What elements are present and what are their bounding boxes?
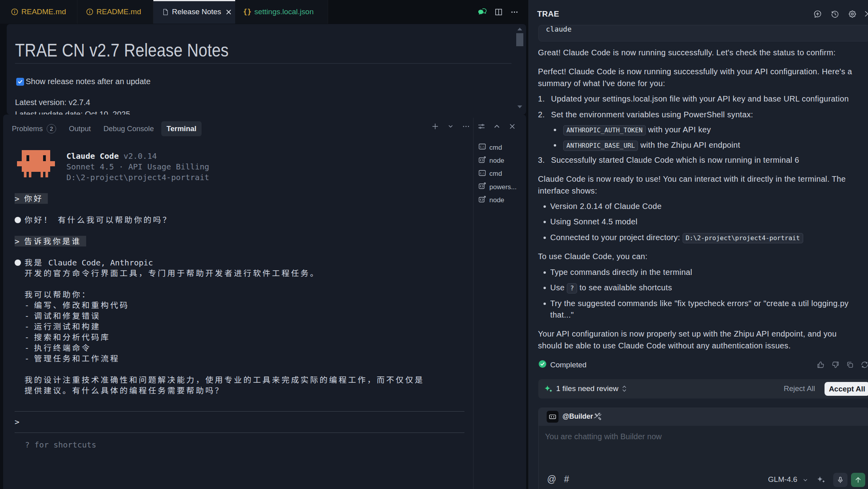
chat-header: TRAE: [529, 0, 868, 22]
thumbs-down-icon[interactable]: [831, 361, 840, 371]
feedback-actions: [817, 361, 868, 371]
list-item: 3.Successfully started Claude Code which…: [538, 154, 861, 166]
new-terminal-icon[interactable]: [431, 122, 440, 131]
list-item: Using Sonnet 4.5 model: [538, 216, 861, 228]
send-button[interactable]: [851, 473, 865, 487]
tab-settings-json[interactable]: {} settings.local.json: [235, 0, 328, 24]
info-icon: [86, 8, 94, 16]
terminal-list-divider: [473, 118, 474, 489]
list-number: 2.: [538, 109, 551, 120]
list-item: 2.Set the environment variables using Po…: [538, 109, 861, 151]
inline-code-chip: ANTHROPIC_AUTH_TOKEN: [563, 125, 646, 135]
bullet-sublist: ANTHROPIC_AUTH_TOKEN with your API key A…: [538, 124, 861, 151]
chat-bubbles-icon[interactable]: [477, 7, 487, 17]
list-item: ANTHROPIC_AUTH_TOKEN with your API key: [538, 124, 861, 135]
response-bullet: [15, 260, 21, 266]
tab-readme-1[interactable]: README.md: [0, 0, 77, 24]
close-icon[interactable]: [225, 9, 232, 15]
braces-icon: {}: [243, 8, 251, 16]
claude-code-version: v2.0.14: [123, 151, 157, 161]
list-item: ANTHROPIC_BASE_URL with the Zhipu API en…: [538, 139, 861, 151]
close-panel-icon[interactable]: [508, 122, 517, 131]
response-bullet: [15, 217, 21, 223]
tab-label: Debug Console: [104, 124, 154, 133]
split-editor-icon[interactable]: [494, 8, 503, 17]
collapse-panel-icon[interactable]: [862, 9, 868, 20]
model-billing-line: Sonnet 4.5 · API Usage Billing: [66, 162, 209, 172]
list-item-text: Type commands directly in the terminal: [550, 268, 692, 276]
tab-release-notes-active[interactable]: Release Notes: [153, 0, 235, 24]
tab-terminal[interactable]: Terminal: [161, 121, 202, 136]
list-item: Version 2.0.14 of Claude Code: [538, 201, 861, 212]
list-item-text: Connected to your project directory:: [550, 233, 683, 242]
node-icon: [478, 196, 486, 205]
scroll-up-arrow-icon[interactable]: [517, 28, 522, 30]
copy-icon[interactable]: [846, 361, 854, 371]
list-item-text: Use: [550, 283, 567, 292]
regenerate-icon[interactable]: [860, 361, 868, 371]
svg-text:C:\: C:\: [480, 145, 485, 149]
terminal-settings-icon[interactable]: [477, 122, 486, 131]
terminal-instance-powershell[interactable]: powers...: [478, 181, 517, 194]
tools-icon[interactable]: [594, 412, 602, 423]
thumbs-up-icon[interactable]: [817, 361, 825, 371]
terminal-instance-label: cmd: [489, 170, 502, 178]
show-release-notes-checkbox[interactable]: [16, 78, 24, 86]
terminal-instance-node[interactable]: node: [478, 194, 517, 207]
terminal-instance-node[interactable]: node: [478, 154, 517, 167]
history-icon[interactable]: [830, 9, 840, 19]
sparkle-icon: [543, 384, 554, 396]
task-status: Completed: [538, 360, 587, 370]
bottom-panel: Problems 2 Output Debug Console Terminal…: [3, 115, 526, 489]
chat-scroll-area[interactable]: claude Great! Claude Code is now running…: [529, 0, 868, 489]
maximize-panel-icon[interactable]: [492, 122, 501, 131]
enhance-prompt-icon[interactable]: [816, 474, 826, 487]
tab-problems[interactable]: Problems 2: [12, 124, 56, 134]
scroll-down-arrow-icon[interactable]: [517, 105, 522, 108]
tab-label: README.md: [96, 8, 141, 16]
list-item: Type commands directly in the terminal: [538, 267, 861, 278]
review-count-text[interactable]: 1 files need review: [556, 384, 618, 393]
reject-all-button[interactable]: Reject All: [784, 384, 815, 393]
list-item: Try the suggested commands like "fix typ…: [538, 298, 861, 321]
terminal-response-text: - 运行测试和构建: [15, 322, 424, 332]
list-item-text: Using Sonnet 4.5 model: [550, 217, 638, 226]
more-icon[interactable]: [462, 122, 470, 131]
bullet-list: Type commands directly in the terminal U…: [538, 267, 861, 321]
terminal-instance-cmd[interactable]: C:\ cmd: [478, 167, 517, 181]
terminal-instance-cmd[interactable]: C:\ cmd: [478, 141, 517, 154]
terminal-input-box[interactable]: >: [15, 411, 464, 433]
new-chat-icon[interactable]: [813, 9, 822, 19]
composer-toolbar: @ # GLM-4.6: [539, 473, 868, 487]
cmd-icon: C:\: [478, 169, 486, 179]
editor-scrollbar[interactable]: [516, 24, 524, 115]
more-actions-icon[interactable]: [510, 8, 519, 17]
svg-text:C:\: C:\: [480, 171, 485, 175]
tab-debug-console[interactable]: Debug Console: [104, 124, 154, 133]
status-text: Completed: [550, 361, 587, 369]
agent-name[interactable]: @Builder: [562, 412, 593, 421]
list-item: Use ? to see available shortcuts: [538, 282, 861, 293]
terminal-response-text: - 调试和修复错误: [15, 311, 424, 322]
node-icon: [478, 182, 486, 192]
tab-output[interactable]: Output: [69, 124, 91, 133]
divider: [15, 63, 511, 64]
expand-review-icon[interactable]: [621, 385, 627, 394]
project-path-line: D:\2-project\project4-portrait: [66, 172, 209, 183]
terminal-viewport[interactable]: Claude Codev2.0.14 Sonnet 4.5 · API Usag…: [3, 138, 473, 489]
inline-code-chip: D:\2-project\project4-portrait: [683, 233, 803, 243]
list-item-text: with the Zhipu API endpoint: [638, 141, 740, 149]
mic-button[interactable]: [833, 473, 847, 487]
composer-placeholder[interactable]: You are chatting with Builder now: [545, 432, 662, 441]
tab-readme-2[interactable]: README.md: [77, 0, 153, 24]
terminal-prompt: >: [15, 417, 19, 427]
model-dropdown-icon[interactable]: [802, 477, 808, 485]
terminal-dropdown-icon[interactable]: [446, 122, 455, 131]
context-icon[interactable]: #: [564, 474, 569, 485]
accept-all-button[interactable]: Accept All: [825, 382, 868, 396]
scrollbar-thumb[interactable]: [516, 33, 523, 46]
user-prompt-echo: > 告诉我你是谁: [15, 236, 86, 246]
model-selector[interactable]: GLM-4.6: [768, 475, 797, 484]
mention-icon[interactable]: @: [547, 474, 556, 485]
settings-gear-icon[interactable]: [848, 9, 857, 19]
